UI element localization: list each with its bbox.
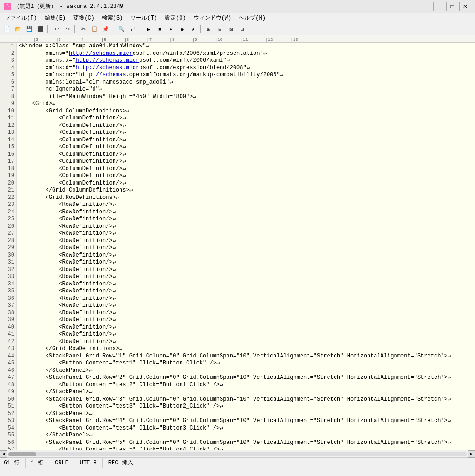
toolbar-find[interactable]: 🔍 xyxy=(116,25,127,34)
toolbar-b6[interactable]: ⊞ xyxy=(204,25,214,34)
status-lineend: CRLF xyxy=(49,458,74,468)
toolbar-sep2 xyxy=(74,25,76,33)
menu-window[interactable]: ウィンドウ(W) xyxy=(190,13,235,23)
code-line: <RowDefinition/>↵ xyxy=(19,324,473,331)
toolbar-b2[interactable]: ■ xyxy=(154,25,165,34)
code-area[interactable]: <Window x:Class="smp_ado01.MainWindow"↵ … xyxy=(17,43,475,450)
code-line: <Grid>↵ xyxy=(19,100,473,108)
line-number: 23 xyxy=(0,201,14,209)
code-line: xmlns:mc="http://schemas.openxmlformats.… xyxy=(19,72,473,79)
toolbar-b8[interactable]: ⊠ xyxy=(226,25,236,34)
toolbar-sep4 xyxy=(140,25,141,33)
code-line: <ColumnDefinition/>↵ xyxy=(19,151,473,159)
code-line: <ColumnDefinition/>↵ xyxy=(19,144,473,151)
maximize-button[interactable]: □ xyxy=(446,2,458,11)
code-line: xmlns="http://schemas.microsoft.com/winf… xyxy=(19,50,473,58)
toolbar-b7[interactable]: ⊟ xyxy=(215,25,225,34)
status-mode: REC 挿入 xyxy=(103,458,139,468)
code-line: </Grid.RowDefinitions>↵ xyxy=(19,345,473,353)
hscroll-thumb[interactable] xyxy=(8,452,36,456)
toolbar-save[interactable]: 💾 xyxy=(24,25,34,34)
menu-settings[interactable]: 設定(O) xyxy=(161,13,190,23)
line-number: 37 xyxy=(0,302,14,310)
code-line: <RowDefinition/>↵ xyxy=(19,245,473,252)
toolbar-b3[interactable]: ● xyxy=(166,25,176,34)
line-number: 6 xyxy=(0,79,14,86)
close-button[interactable]: ✕ xyxy=(459,2,471,11)
code-line: <RowDefinition/>↵ xyxy=(19,331,473,338)
code-line: <StackPanel Grid.Row="3" Grid.Column="0"… xyxy=(19,396,473,403)
line-number: 24 xyxy=(0,209,14,216)
toolbar-paste[interactable]: 📌 xyxy=(100,25,111,34)
line-number: 46 xyxy=(0,367,14,375)
line-number: 25 xyxy=(0,216,14,223)
hscroll-track[interactable] xyxy=(8,452,467,456)
toolbar-new[interactable]: 📄 xyxy=(2,25,12,34)
menu-search[interactable]: 検索(S) xyxy=(98,13,127,23)
window-controls: ─ □ ✕ xyxy=(433,2,471,11)
toolbar-save-all[interactable]: ⬛ xyxy=(35,25,46,34)
minimize-button[interactable]: ─ xyxy=(433,2,445,11)
toolbar-copy[interactable]: 📋 xyxy=(89,25,100,34)
code-line: <ColumnDefinition/>↵ xyxy=(19,165,473,173)
code-line: <ColumnDefinition/>↵ xyxy=(19,129,473,137)
line-number: 40 xyxy=(0,324,14,331)
toolbar-b9[interactable]: ⊡ xyxy=(237,25,248,34)
code-line: <RowDefinition/>↵ xyxy=(19,209,473,216)
code-line: <RowDefinition/>↵ xyxy=(19,338,473,346)
status-line: 61 行 xyxy=(4,458,26,468)
code-line: <RowDefinition/>↵ xyxy=(19,216,473,223)
code-line: <StackPanel Grid.Row="4" Grid.Column="0"… xyxy=(19,417,473,425)
toolbar-b1[interactable]: ▶ xyxy=(143,25,154,34)
line-number: 52 xyxy=(0,410,14,418)
line-number: 55 xyxy=(0,432,14,439)
code-line: <ColumnDefinition/>↵ xyxy=(19,180,473,187)
line-number: 56 xyxy=(0,439,14,447)
menu-edit[interactable]: 編集(E) xyxy=(41,13,70,23)
editor-main: 1234567891011121314151617181920212223242… xyxy=(0,43,475,450)
line-number: 49 xyxy=(0,389,14,396)
toolbar-sep3 xyxy=(113,25,114,33)
line-number: 47 xyxy=(0,374,14,382)
menu-convert[interactable]: 変換(C) xyxy=(69,13,98,23)
menu-file[interactable]: ファイル(F) xyxy=(1,13,41,23)
hscroll-right[interactable]: ▶ xyxy=(468,450,475,458)
code-line: xmlns:x="http://schemas.microsoft.com/wi… xyxy=(19,57,473,65)
code-line: <RowDefinition/>↵ xyxy=(19,295,473,303)
line-number: 36 xyxy=(0,295,14,303)
hscroll-left[interactable]: ◀ xyxy=(0,450,7,458)
line-number: 9 xyxy=(0,100,14,108)
code-line: <RowDefinition/>↵ xyxy=(19,266,473,274)
code-line: mc:Ignorable="d"↵ xyxy=(19,86,473,93)
code-line: <RowDefinition/>↵ xyxy=(19,310,473,317)
code-line: <RowDefinition/>↵ xyxy=(19,281,473,288)
toolbar-replace[interactable]: ⇄ xyxy=(127,25,138,34)
toolbar-open[interactable]: 📂 xyxy=(13,25,23,34)
status-encoding: UTF-8 xyxy=(74,458,103,468)
code-line: xmlns:local="clr-namespace:smp_ado01"↵ xyxy=(19,79,473,86)
line-number: 54 xyxy=(0,425,14,432)
code-line: <ColumnDefinition/>↵ xyxy=(19,172,473,180)
line-number: 45 xyxy=(0,360,14,367)
menu-help[interactable]: ヘルプ(H) xyxy=(235,13,269,23)
toolbar-cut[interactable]: ✂ xyxy=(78,25,88,34)
line-number: 27 xyxy=(0,230,14,238)
line-number: 33 xyxy=(0,273,14,281)
toolbar-b4[interactable]: ◆ xyxy=(177,25,187,34)
hscroll: ◀ ▶ xyxy=(0,450,475,457)
toolbar-redo[interactable]: ↪ xyxy=(62,25,73,34)
line-number: 53 xyxy=(0,417,14,425)
toolbar-undo[interactable]: ↩ xyxy=(51,25,61,34)
code-line: <ColumnDefinition/>↵ xyxy=(19,122,473,130)
toolbar-b5[interactable]: ★ xyxy=(188,25,198,34)
code-line: <Button Content="test2" Click="Button1_C… xyxy=(19,382,473,389)
line-number: 51 xyxy=(0,403,14,410)
line-number: 57 xyxy=(0,446,14,450)
line-number: 3 xyxy=(0,57,14,65)
menu-tools[interactable]: ツール(T) xyxy=(127,13,161,23)
status-bar: 61 行 1 桁 CRLF UTF-8 REC 挿入 xyxy=(0,457,475,468)
code-line: <RowDefinition/>↵ xyxy=(19,273,473,281)
line-number: 38 xyxy=(0,310,14,317)
code-line: <ColumnDefinition/>↵ xyxy=(19,158,473,165)
line-number: 44 xyxy=(0,353,14,360)
